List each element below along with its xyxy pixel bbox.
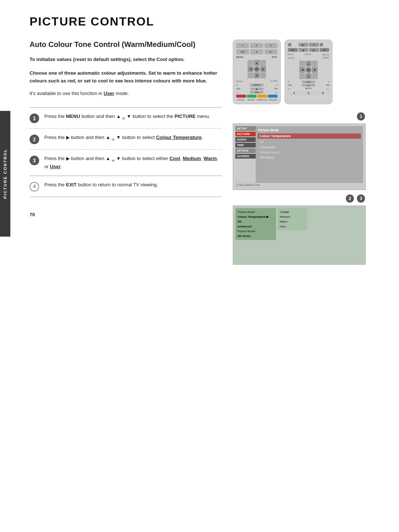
remote2-btn-next: ⏭ <box>320 48 330 52</box>
menu-picturereset-item: Picture Reset <box>258 150 361 155</box>
remote-color-red <box>236 95 246 98</box>
remote2-guide-label: GUIDE <box>322 57 329 59</box>
menu-xddemo-item: XD Demo <box>258 155 361 160</box>
menu-panel-title: Picture Mode <box>258 128 361 132</box>
remote2-dpad-left: ◀ <box>299 67 305 73</box>
side-tab-label: PICTURE CONTROL <box>3 149 7 199</box>
step-circle-3: 3 <box>30 156 39 165</box>
menu-item-time: TIME <box>235 143 256 148</box>
menu-screenshot-2: Picture Mode Colour Temperature ▶ XD Adv… <box>233 206 366 265</box>
dpad-up: ▲ <box>254 60 260 66</box>
remote-info-label: INFO⊙ <box>236 80 243 82</box>
submenu-left-advanced: Advanced <box>237 224 274 229</box>
remote-color-blue <box>268 95 278 98</box>
remote-color-green <box>247 95 257 98</box>
submenu-left-xddemo: XD Demo <box>237 234 274 238</box>
step-1: 1 Press the MENU button and then ▲ or ▼ … <box>30 107 222 128</box>
remote-exit-label: EXIT <box>272 56 277 58</box>
step-circle-1: 1 <box>30 113 39 123</box>
submenu-option-warm: Warm <box>279 219 306 224</box>
menu-item-audio: AUDIO <box>235 137 256 142</box>
step-3-text: Press the ▶ button and then ▲ or ▼ butto… <box>44 155 222 170</box>
remote2-mute-btn: ⊗ <box>302 84 315 87</box>
remote2-btn-circle-2 <box>320 43 323 47</box>
remote-play-btn: ▶ <box>250 88 263 90</box>
remote-2: ▶ ⏸ ⏮ ◀ ▶ ⏭ BACK INPUT INFO⊙ <box>284 40 332 104</box>
remote-fav-btn: FAV <box>250 91 263 94</box>
remote-pr-label: PR <box>264 88 277 90</box>
remote-1: 7 8 9 LIST 0 Q.V MENU EXIT <box>233 40 281 104</box>
remote2-btn-rew: ◀ <box>299 48 308 52</box>
remote2-fav-btn: FAV <box>302 81 315 83</box>
step-2-text: Press the ▶ button and then ▲ or ▼ butto… <box>44 134 222 142</box>
menu-item-setup: SETUP <box>235 126 256 131</box>
remote2-mute-label: MUTE <box>302 87 315 90</box>
remote2-back-label: BACK <box>288 53 294 56</box>
remote-sleep-label: SLEEP <box>246 99 256 101</box>
step-4-text: Press the EXIT button to return to norma… <box>44 181 222 189</box>
page-number: 70 <box>30 212 222 217</box>
remote-subtitle-label: SUBTITLE <box>257 99 267 101</box>
submenu-left-panel: Picture Mode Colour Temperature ▶ XD Adv… <box>235 208 276 240</box>
submenu-option-cool: √ Cool <box>279 210 306 214</box>
remote2-btn-prev: ⏮ <box>288 48 298 52</box>
remote2-input-label: INPUT <box>305 53 311 56</box>
para1: To initialize values (reset to default s… <box>30 56 222 64</box>
remote-btn-8: 8 <box>250 43 263 48</box>
submenu-right-panel: √ Cool Medium Warm User <box>277 208 307 230</box>
steps-container: 1 Press the MENU button and then ▲ or ▼ … <box>30 107 222 197</box>
side-tab: PICTURE CONTROL <box>0 111 10 237</box>
menu-item-picture: PICTURE <box>235 132 256 136</box>
remote-btn-9: 9 <box>265 43 277 48</box>
remote2-btn-2: 2 <box>302 91 315 95</box>
remote-color-yellow <box>257 95 267 98</box>
step-4: 4 Press the EXIT button to return to nor… <box>30 176 222 197</box>
submenu-left-colour-temp: Colour Temperature ▶ <box>237 214 274 219</box>
remote-back-btn: BACK <box>250 84 263 87</box>
dpad-right: ▶ <box>260 66 266 72</box>
step-badge-2: 2 <box>346 194 354 203</box>
menu-advanced-item: Advanced <box>258 145 361 150</box>
menu-xd-item: XD <box>258 139 361 145</box>
step-circle-4: 4 <box>30 182 39 192</box>
remotes-illustration: 7 8 9 LIST 0 Q.V MENU EXIT <box>233 40 366 104</box>
remote-update-label: UPDATE <box>268 99 277 101</box>
step-badge-3: 3 <box>357 194 365 203</box>
step-circle-2: 2 <box>30 135 39 144</box>
step-1-text: Press the MENU button and then ▲ or ▼ bu… <box>44 113 222 121</box>
dpad-down: ▼ <box>254 72 260 78</box>
remote2-btn-fwd: ▶ <box>309 48 319 52</box>
remote2-dpad-up: ▲ <box>306 61 311 67</box>
remote-ratio-label: RATIO <box>236 99 246 101</box>
page-title: PICTURE CONTROL <box>30 15 384 28</box>
dpad-ok: OK <box>254 66 260 72</box>
menu-footer: ⊙ Move MENU Prev. <box>235 183 363 187</box>
remote2-btn-circle-1 <box>288 43 291 47</box>
menu-highlighted-item: Colour Temperature <box>258 133 361 139</box>
remote2-dpad-ok: OK <box>306 67 311 73</box>
remote2-btn-pause: ⏸ <box>309 43 319 47</box>
submenu-option-medium: Medium <box>279 214 306 219</box>
remote-menu-label: MENU <box>236 56 244 58</box>
remote-guide-label: GUIDE <box>270 80 277 82</box>
remote2-dpad-right: ▶ <box>312 67 318 73</box>
badge-row-23: 2 3 <box>233 194 366 203</box>
menu-item-option: OPTION <box>235 148 256 153</box>
remote2-pr-label: PR <box>316 84 329 87</box>
submenu-left-picture-mode: Picture Mode <box>237 210 274 214</box>
submenu-option-user: User <box>279 224 306 229</box>
user-mode-text: It's available to use this function in U… <box>30 91 222 96</box>
dpad-left: ◀ <box>248 66 253 72</box>
step-3: 3 Press the ▶ button and then ▲ or ▼ but… <box>30 149 222 176</box>
step-2: 2 Press the ▶ button and then ▲ or ▼ but… <box>30 128 222 149</box>
remote2-btn-play: ▶ <box>299 43 308 47</box>
remote2-info-label: INFO⊙ <box>322 53 329 56</box>
step-badge-1: 1 <box>357 112 365 121</box>
section-heading: Auto Colour Tone Control (Warm/Medium/Co… <box>30 40 222 49</box>
remote-btn-7: 7 <box>236 43 249 48</box>
remote2-dpad-down: ▼ <box>306 73 311 79</box>
submenu-left-picturereset: Picture Reset <box>237 229 274 234</box>
remote2-vol-label: VOL <box>288 84 301 87</box>
remote-btn-0: 0 <box>250 49 263 54</box>
remote-btn-qv: Q.V <box>265 49 277 54</box>
